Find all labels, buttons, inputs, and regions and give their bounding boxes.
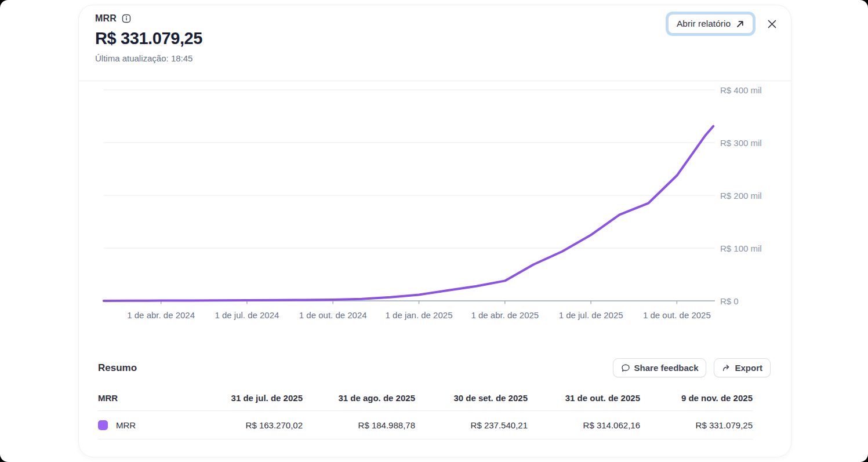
last-updated-text: Última atualização: 18:45 [95,53,772,63]
table-value: R$ 314.062,16 [528,420,640,430]
panel-header: MRR R$ 331.079,25 Última atualização: 18… [79,5,791,81]
share-feedback-button[interactable]: Share feedback [613,358,707,377]
mrr-series-line [104,126,713,301]
summary-section: Resumo Share feedback [79,325,791,439]
share-feedback-label: Share feedback [634,363,699,373]
table-header-date: 31 de ago. de 2025 [303,393,415,403]
table-value: R$ 331.079,25 [640,420,753,430]
speech-bubble-icon [621,363,630,373]
table-row[interactable]: MRR R$ 163.270,02 R$ 184.988,78 R$ 237.5… [98,411,753,439]
open-report-label: Abrir relatório [677,19,731,29]
mrr-chart[interactable]: R$ 0R$ 100 milR$ 200 milR$ 300 milR$ 400… [79,81,791,325]
series-color-swatch [98,420,108,430]
y-axis-label: R$ 300 mil [720,138,762,148]
metric-title: MRR [95,13,117,24]
mrr-line-chart-svg: R$ 0R$ 100 milR$ 200 milR$ 300 milR$ 400… [79,81,792,325]
y-axis-label: R$ 0 [720,296,739,306]
summary-heading: Resumo [98,362,137,374]
table-header-row: MRR 31 de jul. de 2025 31 de ago. de 202… [98,393,753,411]
summary-table: MRR 31 de jul. de 2025 31 de ago. de 202… [98,393,772,439]
external-link-arrow-icon [736,20,744,28]
export-icon [722,363,731,372]
table-header-date: 9 de nov. de 2025 [640,393,753,403]
table-value: R$ 237.540,21 [415,420,528,430]
export-button[interactable]: Export [714,358,771,377]
mrr-panel: MRR R$ 331.079,25 Última atualização: 18… [78,5,791,457]
info-icon[interactable] [122,14,131,23]
y-axis-label: R$ 100 mil [720,243,762,253]
table-header-date: 30 de set. de 2025 [415,393,528,403]
table-header-metric: MRR [98,393,190,403]
x-axis-label: 1 de out. de 2024 [299,310,367,320]
open-report-button[interactable]: Abrir relatório [668,14,753,34]
y-axis-label: R$ 400 mil [720,85,762,95]
screen-background: MRR R$ 331.079,25 Última atualização: 18… [0,0,868,462]
close-icon[interactable] [766,18,778,30]
table-value: R$ 163.270,02 [190,420,303,430]
x-axis-label: 1 de jul. de 2025 [559,310,623,320]
x-axis-label: 1 de jul. de 2024 [215,310,279,320]
table-value: R$ 184.988,78 [303,420,415,430]
y-axis-label: R$ 200 mil [720,191,762,201]
x-axis-label: 1 de abr. de 2025 [471,310,539,320]
series-label: MRR [116,420,136,430]
x-axis-label: 1 de jan. de 2025 [386,310,453,320]
export-label: Export [735,363,762,373]
x-axis-label: 1 de abr. de 2024 [127,310,195,320]
table-header-date: 31 de jul. de 2025 [190,393,303,403]
table-header-date: 31 de out. de 2025 [528,393,640,403]
x-axis-label: 1 de out. de 2025 [643,310,711,320]
